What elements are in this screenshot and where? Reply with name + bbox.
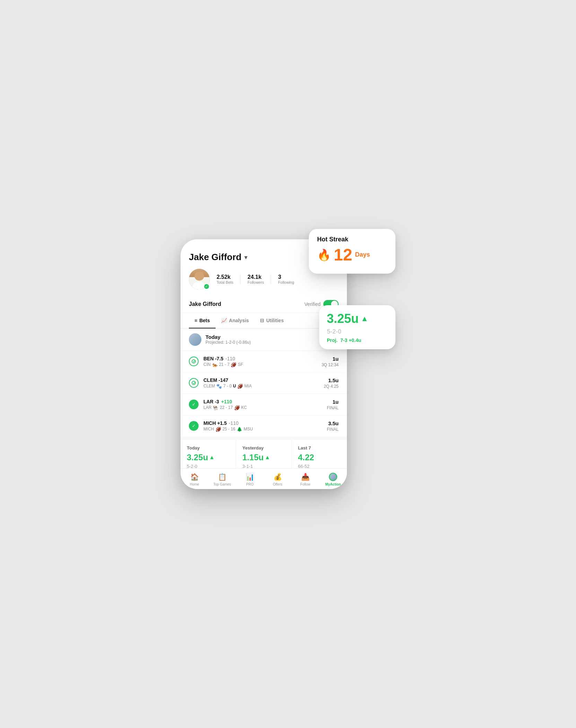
bet-time: 2Q 4:25 [324, 384, 339, 389]
bet-units: 1u [327, 399, 339, 405]
myaction-avatar [329, 473, 337, 481]
utilities-tab-icon: ⊟ [260, 318, 264, 323]
nav-myaction[interactable]: MyAction [319, 471, 347, 488]
stat-divider-2 [271, 274, 271, 284]
tab-analysis[interactable]: 📈 Analysis [216, 313, 255, 328]
pro-icon: 📊 [246, 473, 254, 481]
svg-point-0 [192, 360, 195, 363]
tab-utilities[interactable]: ⊟ Utilities [254, 313, 289, 328]
chevron-down-icon[interactable]: ▾ [244, 254, 247, 261]
bet-subtitle: MICH 🏈 25 - 16 🌲 MSU [203, 427, 322, 432]
bet-row[interactable]: ✓ MICH +1.5 -110 MICH 🏈 25 - 16 [181, 416, 347, 437]
bet-time: FINAL [327, 405, 339, 410]
bet-units: 1u [322, 356, 339, 362]
bet-units: 1.5u [324, 377, 339, 383]
stat-total-bets: 2.52k Total Bets [217, 274, 233, 284]
hot-streak-card: Hot Streak 🔥 12 Days [309, 229, 395, 274]
phone-shell: Jake Gifford ▾ ✓ 2.52k [181, 239, 347, 489]
stats-card-yesterday: Yesterday 1.15u ▲ 3-1-1 ROI ROI 65% [236, 440, 291, 468]
hot-streak-number: 12 [334, 247, 352, 263]
bet-title: LAR -3 +110 [203, 399, 322, 404]
today-projected: Projected: 1-2-0 (-0.86u) [206, 340, 251, 345]
bet-status-live-icon [189, 357, 199, 366]
hot-streak-title: Hot Streak [317, 236, 387, 243]
bets-list: BEN -7.5 -110 CIN 🐅 21 - 7 🏈 SF [181, 351, 347, 437]
stats-card-last7: Last 7 4.22 66-52 ROI ROI 52.3 [292, 440, 347, 468]
bet-time: FINAL [327, 427, 339, 432]
nav-pro[interactable]: 📊 PRO [236, 471, 264, 488]
bottom-nav: 🏠 Home 📋 Top Games 📊 PRO 💰 Offers 📥 [181, 468, 347, 489]
float-stat-record: 5-2-0 [327, 328, 388, 335]
bet-row[interactable]: CLEM -147 CLEM 🐾 7 - 0 U 🏈 MIA [181, 372, 347, 394]
today-avatar [189, 333, 201, 346]
verified-badge-icon: ✓ [203, 283, 210, 290]
nav-follow[interactable]: 📥 Follow [291, 471, 319, 488]
bet-row[interactable]: ✓ LAR -3 +110 LAR 🐏 22 - 17 🏈 [181, 394, 347, 416]
verified-label: Verified [304, 301, 321, 307]
hot-streak-days: Days [355, 251, 370, 258]
bet-row[interactable]: BEN -7.5 -110 CIN 🐅 21 - 7 🏈 SF [181, 351, 347, 372]
svg-point-1 [192, 381, 195, 385]
bet-subtitle: LAR 🐏 22 - 17 🏈 KC [203, 405, 322, 410]
today-title: Today [206, 334, 251, 340]
bet-subtitle: CIN 🐅 21 - 7 🏈 SF [203, 362, 317, 367]
bet-units: 3.5u [327, 420, 339, 426]
stat-followers: 24.1k Followers [247, 274, 264, 284]
nav-home[interactable]: 🏠 Home [181, 471, 208, 488]
offers-icon: 💰 [273, 473, 282, 481]
flame-icon: 🔥 [317, 248, 331, 262]
float-stat-value: 3.25u [327, 311, 359, 326]
top-games-icon: 📋 [218, 473, 227, 481]
stats-cards: Today 3.25u ▲ 5-2-0 Proj. 7-3 +0.4u Yest… [181, 440, 347, 468]
stat-following: 3 Following [278, 274, 294, 284]
bet-status-live-icon [189, 378, 199, 388]
home-icon: 🏠 [190, 473, 199, 481]
bet-status-won-icon: ✓ [189, 400, 199, 409]
stat-divider [240, 274, 241, 284]
profile-name: Jake Gifford [189, 301, 221, 307]
bet-title: BEN -7.5 -110 [203, 356, 317, 361]
bet-title: CLEM -147 [203, 377, 319, 383]
bets-tab-icon: ≡ [194, 318, 197, 323]
user-name: Jake Gifford [189, 252, 242, 263]
stats-card-today: Today 3.25u ▲ 5-2-0 Proj. 7-3 +0.4u [181, 440, 236, 468]
hot-streak-value: 🔥 12 Days [317, 247, 387, 263]
bet-time: 3Q 12:34 [322, 362, 339, 367]
analysis-tab-icon: 📈 [221, 318, 227, 323]
tab-bets[interactable]: ≡ Bets [189, 313, 216, 328]
nav-offers[interactable]: 💰 Offers [264, 471, 291, 488]
nav-top-games[interactable]: 📋 Top Games [208, 471, 236, 488]
content-area: Today Projected: 1-2-0 (-0.86u) ⬆ [181, 328, 347, 468]
float-stat-card: 3.25u ▲ 5-2-0 Proj. 7-3 +0.4u [319, 305, 395, 349]
avatar: ✓ [189, 269, 210, 290]
float-stat-arrow-icon: ▲ [361, 314, 368, 323]
bet-subtitle: CLEM 🐾 7 - 0 U 🏈 MIA [203, 384, 319, 389]
bet-status-won-icon: ✓ [189, 421, 199, 431]
follow-icon: 📥 [301, 473, 310, 481]
bet-title: MICH +1.5 -110 [203, 420, 322, 426]
float-stat-proj: Proj. 7-3 +0.4u [327, 337, 388, 343]
